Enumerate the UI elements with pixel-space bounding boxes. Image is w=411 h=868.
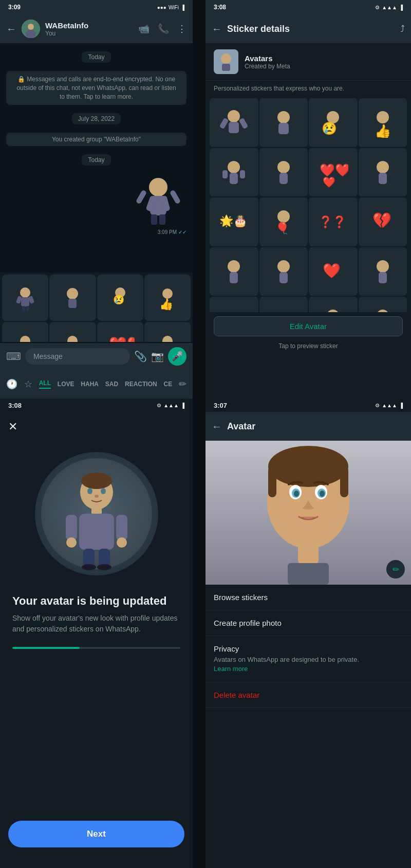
sticker-cell-8[interactable]: 👍 xyxy=(144,322,191,342)
phone-icon[interactable]: 📞 xyxy=(158,23,169,34)
browse-stickers-item[interactable]: Browse stickers xyxy=(206,585,411,610)
close-button[interactable]: ✕ xyxy=(0,412,193,442)
avatar-sticker-msg[interactable] xyxy=(130,172,186,228)
delete-avatar-item[interactable]: Delete avatar xyxy=(206,682,411,708)
next-button[interactable]: Next xyxy=(8,821,184,847)
status-bar-chat: 3:09 ●●● WiFi ▐ xyxy=(0,0,193,14)
chat-input-area: ⌨ Message 📎 📷 🎤 xyxy=(0,343,193,370)
sd-sticker-10[interactable]: 🎈 xyxy=(259,197,308,246)
svg-rect-10 xyxy=(170,190,181,205)
video-icon[interactable]: 📹 xyxy=(138,23,150,34)
more-icon[interactable]: ⋮ xyxy=(177,23,186,34)
svg-text:👍: 👍 xyxy=(375,123,391,138)
svg-text:😍: 😍 xyxy=(273,312,291,312)
svg-point-110 xyxy=(268,446,348,487)
svg-rect-99 xyxy=(79,514,114,550)
sticker-cell-5[interactable] xyxy=(2,322,48,342)
sticker-cell-1[interactable] xyxy=(2,275,48,321)
sd-sticker-5[interactable] xyxy=(210,148,258,197)
sticker-cell-7[interactable]: ❤️❤️ xyxy=(97,322,143,342)
svg-point-17 xyxy=(67,288,78,299)
tap-preview-text: Tap to preview sticker xyxy=(206,340,411,352)
pack-info-text: Avatars Created by Meta xyxy=(245,54,403,70)
encryption-notice[interactable]: 🔒 Messages and calls are end-to-end encr… xyxy=(6,71,186,105)
avatar-settings-header: ← Avatar xyxy=(206,412,411,441)
fav-icon[interactable]: ☆ xyxy=(24,378,32,390)
as-back-btn[interactable]: ← xyxy=(212,421,222,432)
sd-sticker-1[interactable] xyxy=(210,98,258,147)
sticker-cell-4[interactable]: 👍 xyxy=(144,275,191,321)
progress-bar-container xyxy=(12,647,180,649)
tab-all[interactable]: ALL xyxy=(39,379,51,389)
sticker-cell-6[interactable] xyxy=(49,322,96,342)
tab-sad[interactable]: SAD xyxy=(105,381,118,388)
avatar-update-desc: Show off your avatar's new look with pro… xyxy=(0,613,193,647)
edit-avatar-btn[interactable]: Edit Avatar xyxy=(214,316,403,336)
sd-sticker-8[interactable] xyxy=(359,148,407,197)
svg-rect-68 xyxy=(279,272,288,283)
tab-haha[interactable]: HAHA xyxy=(81,381,99,388)
sd-sticker-12[interactable]: 💔 xyxy=(359,197,407,246)
svg-point-2 xyxy=(26,30,36,38)
svg-point-23 xyxy=(20,336,30,342)
chat-header: ← WABetaInfo You 📹 📞 ⋮ xyxy=(0,14,193,43)
sd-sticker-7[interactable]: ❤️❤️ ❤️ xyxy=(309,148,358,197)
signal-br: ▲▲▲ xyxy=(382,403,397,408)
sd-sticker-17[interactable]: 🎵🎶 xyxy=(210,297,258,312)
svg-rect-51 xyxy=(230,173,238,184)
learn-more-link[interactable]: Learn more xyxy=(214,665,248,673)
edit-tab-icon[interactable]: ✏ xyxy=(179,378,186,390)
sd-sticker-11[interactable]: ❓❓❓ xyxy=(309,197,358,246)
sd-sticker-18[interactable]: 😍 xyxy=(259,297,308,312)
sd-sticker-14[interactable] xyxy=(259,247,308,296)
date-bubble-july: July 28, 2022 xyxy=(72,113,121,124)
svg-text:❓❓❓: ❓❓❓ xyxy=(319,215,348,229)
back-icon[interactable]: ← xyxy=(6,23,16,35)
tab-love[interactable]: LOVE xyxy=(58,381,74,388)
portrait-edit-btn[interactable]: ✏ xyxy=(386,560,405,578)
svg-text:❤️❤️: ❤️❤️ xyxy=(109,336,135,342)
camera-icon[interactable]: 📷 xyxy=(151,350,164,363)
svg-rect-43 xyxy=(239,118,249,129)
sd-sticker-2[interactable] xyxy=(259,98,308,147)
tab-reaction[interactable]: REACTION xyxy=(125,381,157,388)
time-bl: 3:08 xyxy=(8,402,22,409)
sticker-cell-3[interactable]: 😢 xyxy=(97,275,143,321)
sd-sticker-16[interactable] xyxy=(359,247,407,296)
attach-icon[interactable]: 📎 xyxy=(134,350,147,363)
sd-sticker-6[interactable] xyxy=(259,148,308,197)
sd-sticker-19[interactable] xyxy=(309,297,358,312)
svg-point-21 xyxy=(162,288,173,299)
sd-sticker-scroll[interactable]: 😢 👍 xyxy=(206,96,411,312)
sd-sticker-20[interactable] xyxy=(359,297,407,312)
svg-text:🌟🎂: 🌟🎂 xyxy=(219,214,248,228)
svg-rect-18 xyxy=(68,299,77,308)
svg-point-107 xyxy=(97,564,111,570)
svg-rect-59 xyxy=(379,173,387,184)
svg-point-38 xyxy=(221,53,231,64)
tab-ce[interactable]: CE xyxy=(163,381,172,388)
sd-sticker-13[interactable] xyxy=(210,247,258,296)
svg-rect-112 xyxy=(340,466,348,497)
svg-point-11 xyxy=(20,287,30,298)
svg-point-44 xyxy=(277,111,290,123)
sd-sticker-9[interactable]: 🌟🎂 xyxy=(210,197,258,246)
avatar-circle-area xyxy=(0,442,193,586)
avatar-update-panel: 3:08 ⚙ ▲▲▲ ▐ ✕ xyxy=(0,399,193,868)
sd-share-btn[interactable]: ⤴ xyxy=(400,24,405,34)
create-profile-photo-item[interactable]: Create profile photo xyxy=(206,610,411,636)
svg-point-95 xyxy=(87,488,92,494)
sd-sticker-15[interactable]: ❤️ xyxy=(309,247,358,296)
svg-rect-119 xyxy=(298,544,319,564)
sticker-cell-2[interactable] xyxy=(49,275,96,321)
settings-icon-bl: ⚙ xyxy=(157,403,161,408)
sd-back-btn[interactable]: ← xyxy=(212,23,222,35)
sd-sticker-4[interactable]: 👍 xyxy=(359,98,407,147)
keyboard-icon[interactable]: ⌨ xyxy=(6,350,21,363)
svg-point-94 xyxy=(81,473,112,489)
chat-name: WABetaInfo xyxy=(45,21,133,30)
recent-icon[interactable]: 🕐 xyxy=(6,378,17,390)
message-input[interactable]: Message xyxy=(25,348,130,365)
sd-sticker-3[interactable]: 😢 xyxy=(309,98,358,147)
mic-button[interactable]: 🎤 xyxy=(168,347,186,366)
